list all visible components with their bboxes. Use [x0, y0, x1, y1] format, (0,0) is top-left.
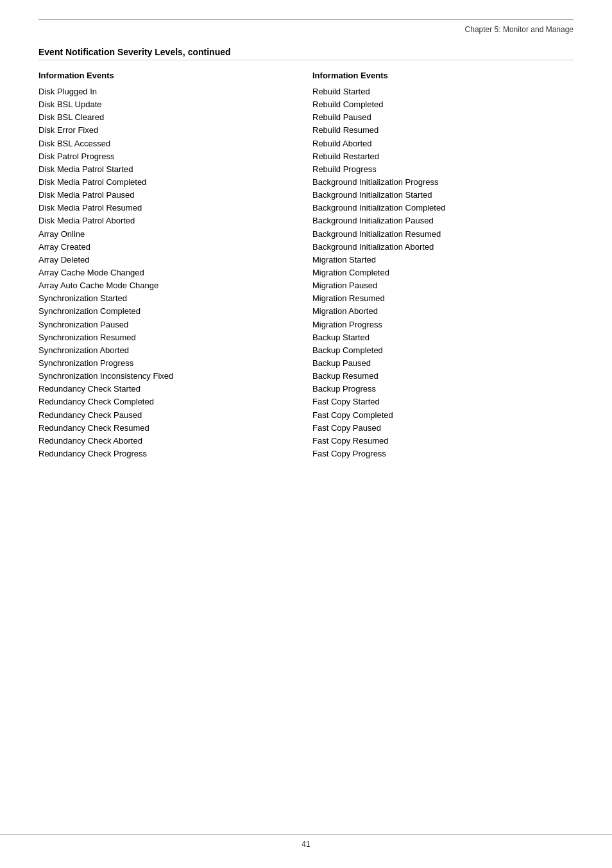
list-item: Disk BSL Cleared — [38, 111, 300, 124]
list-item: Redundancy Check Completed — [38, 395, 300, 408]
list-item: Fast Copy Started — [312, 395, 574, 408]
right-items-list: Rebuild StartedRebuild CompletedRebuild … — [312, 85, 574, 460]
list-item: Background Initialization Started — [312, 189, 574, 202]
list-item: Synchronization Started — [38, 292, 300, 305]
list-item: Backup Paused — [312, 357, 574, 370]
list-item: Migration Aborted — [312, 305, 574, 318]
list-item: Backup Progress — [312, 383, 574, 395]
list-item: Synchronization Paused — [38, 318, 300, 331]
list-item: Background Initialization Resumed — [312, 228, 574, 241]
page-footer: 41 — [0, 834, 612, 849]
list-item: Migration Started — [312, 254, 574, 266]
list-item: Background Initialization Paused — [312, 214, 574, 227]
list-item: Disk Media Patrol Aborted — [38, 214, 300, 227]
list-item: Synchronization Inconsistency Fixed — [38, 370, 300, 383]
list-item: Array Deleted — [38, 254, 300, 266]
list-item: Synchronization Progress — [38, 357, 300, 370]
list-item: Rebuild Aborted — [312, 137, 574, 150]
list-item: Rebuild Progress — [312, 163, 574, 176]
chapter-header: Chapter 5: Monitor and Manage — [38, 25, 574, 34]
list-item: Backup Resumed — [312, 370, 574, 383]
page-container: Chapter 5: Monitor and Manage Event Noti… — [0, 0, 612, 868]
list-item: Disk Media Patrol Paused — [38, 189, 300, 202]
right-column-header: Information Events — [312, 71, 574, 80]
left-items-list: Disk Plugged InDisk BSL UpdateDisk BSL C… — [38, 85, 300, 460]
list-item: Redundancy Check Progress — [38, 447, 300, 460]
list-item: Disk BSL Update — [38, 98, 300, 111]
list-item: Disk Media Patrol Completed — [38, 176, 300, 189]
list-item: Disk Error Fixed — [38, 124, 300, 137]
top-rule — [38, 19, 574, 20]
list-item: Array Auto Cache Mode Change — [38, 279, 300, 292]
list-item: Backup Completed — [312, 344, 574, 357]
list-item: Rebuild Resumed — [312, 124, 574, 137]
list-item: Migration Progress — [312, 318, 574, 331]
list-item: Background Initialization Progress — [312, 176, 574, 189]
list-item: Rebuild Restarted — [312, 150, 574, 163]
left-column: Information Events Disk Plugged InDisk B… — [38, 71, 300, 460]
list-item: Disk Media Patrol Started — [38, 163, 300, 176]
list-item: Synchronization Aborted — [38, 344, 300, 357]
list-item: Redundancy Check Resumed — [38, 422, 300, 435]
list-item: Backup Started — [312, 331, 574, 344]
list-item: Migration Paused — [312, 279, 574, 292]
list-item: Rebuild Started — [312, 85, 574, 98]
list-item: Migration Resumed — [312, 292, 574, 305]
list-item: Redundancy Check Aborted — [38, 435, 300, 447]
list-item: Disk Media Patrol Resumed — [38, 202, 300, 214]
list-item: Rebuild Completed — [312, 98, 574, 111]
columns-container: Information Events Disk Plugged InDisk B… — [38, 71, 574, 460]
list-item: Array Online — [38, 228, 300, 241]
section-title: Event Notification Severity Levels, cont… — [38, 47, 574, 60]
left-column-header: Information Events — [38, 71, 300, 80]
list-item: Fast Copy Paused — [312, 422, 574, 435]
list-item: Fast Copy Completed — [312, 409, 574, 422]
list-item: Synchronization Completed — [38, 305, 300, 318]
list-item: Migration Completed — [312, 266, 574, 279]
list-item: Redundancy Check Started — [38, 383, 300, 395]
list-item: Disk Patrol Progress — [38, 150, 300, 163]
list-item: Disk BSL Accessed — [38, 137, 300, 150]
page-number: 41 — [302, 840, 310, 849]
list-item: Synchronization Resumed — [38, 331, 300, 344]
list-item: Fast Copy Resumed — [312, 435, 574, 447]
list-item: Rebuild Paused — [312, 111, 574, 124]
list-item: Array Cache Mode Changed — [38, 266, 300, 279]
list-item: Background Initialization Completed — [312, 202, 574, 214]
list-item: Background Initialization Aborted — [312, 241, 574, 254]
right-column: Information Events Rebuild StartedRebuil… — [312, 71, 574, 460]
list-item: Disk Plugged In — [38, 85, 300, 98]
list-item: Fast Copy Progress — [312, 447, 574, 460]
list-item: Redundancy Check Paused — [38, 409, 300, 422]
list-item: Array Created — [38, 241, 300, 254]
